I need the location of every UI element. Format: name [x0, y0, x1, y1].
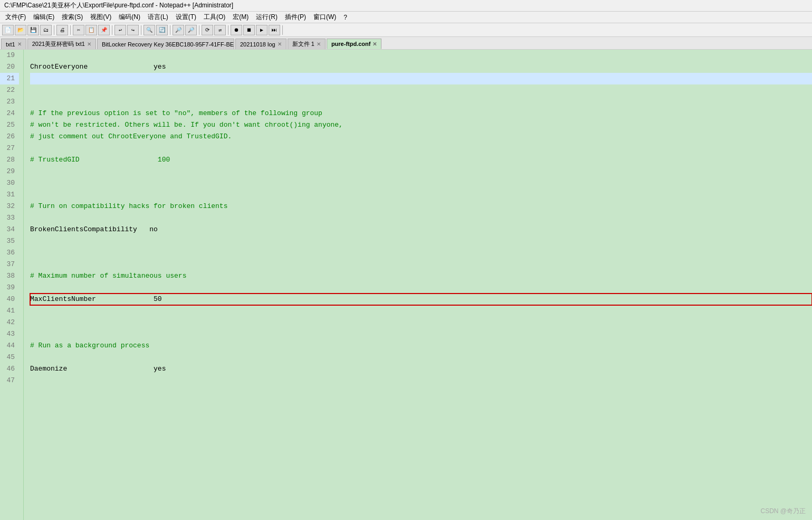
line-number-30: 30 — [0, 177, 19, 189]
line-number-46: 46 — [0, 363, 19, 375]
tab-label-0: txt1 — [6, 41, 15, 48]
toolbar-find[interactable]: 🔍 — [144, 25, 155, 35]
toolbar-copy[interactable]: 📋 — [85, 25, 97, 35]
line-number-33: 33 — [0, 212, 19, 224]
code-line-37 — [30, 259, 812, 270]
tab-close-3[interactable]: ✕ — [278, 41, 282, 47]
tab-label-1: 2021美亚杯密码 txt1 — [32, 40, 85, 48]
toolbar-paste[interactable]: 📌 — [98, 25, 110, 35]
menu-help[interactable]: ? — [340, 13, 350, 22]
line-number-25: 25 — [0, 119, 19, 131]
toolbar-playall[interactable]: ⏭ — [269, 25, 280, 35]
toolbar-replace[interactable]: 🔄 — [156, 25, 168, 35]
code-line-19 — [30, 50, 812, 61]
code-line-24: # If the previous option is set to "no",… — [30, 108, 812, 119]
tab-2[interactable]: BitLocker Recovery Key 36EBC180-95F7-41F… — [97, 39, 234, 49]
tab-4[interactable]: 新文件 1 ✕ — [288, 39, 326, 49]
line-number-19: 19 — [0, 50, 19, 61]
line-number-34: 34 — [0, 224, 19, 235]
menu-edit[interactable]: 编辑(E) — [30, 12, 58, 23]
code-line-39 — [30, 282, 812, 294]
toolbar-separator-1 — [54, 25, 54, 35]
tab-5[interactable]: pure-ftpd.conf ✕ — [327, 39, 382, 49]
toolbar-save-all[interactable]: 🗂 — [40, 25, 52, 35]
toolbar: 📄 📂 💾 🗂 🖨 ✂ 📋 📌 ↩ ↪ 🔍 🔄 🔎 🔎 ⟳ ⇌ ⏺ ⏹ ▶ ⏭ — [0, 23, 812, 37]
menu-encode[interactable]: 编码(N) — [116, 12, 144, 23]
line-number-37: 37 — [0, 259, 19, 270]
toolbar-zoom-out[interactable]: 🔎 — [185, 25, 197, 35]
code-line-22 — [30, 84, 812, 96]
tab-close-4[interactable]: ✕ — [317, 41, 321, 47]
menu-tools[interactable]: 工具(O) — [200, 12, 228, 23]
tab-close-5[interactable]: ✕ — [372, 41, 377, 47]
toolbar-separator-4 — [141, 25, 141, 35]
code-line-20: ChrootEveryone yes — [30, 61, 812, 73]
toolbar-wrap[interactable]: ⇌ — [214, 25, 226, 35]
code-area[interactable]: ChrootEveryone yes# If the previous opti… — [24, 50, 812, 520]
menu-view[interactable]: 视图(V) — [87, 12, 114, 23]
menu-search[interactable]: 搜索(S) — [59, 12, 86, 23]
tab-close-1[interactable]: ✕ — [87, 41, 91, 47]
code-line-36 — [30, 247, 812, 259]
code-line-23 — [30, 96, 812, 108]
line-numbers: 1920212223242526272829303132333435363738… — [0, 50, 24, 520]
menu-file[interactable]: 文件(F) — [2, 12, 29, 23]
code-line-30 — [30, 177, 812, 189]
code-line-32: # Turn on compatibility hacks for broken… — [30, 201, 812, 212]
tab-bar: txt1 ✕ 2021美亚杯密码 txt1 ✕ BitLocker Recove… — [0, 37, 812, 50]
menu-window[interactable]: 窗口(W) — [310, 12, 339, 23]
line-number-47: 47 — [0, 375, 19, 386]
tab-3[interactable]: 20211018 log ✕ — [235, 39, 286, 49]
toolbar-redo[interactable]: ↪ — [127, 25, 139, 35]
toolbar-separator-8 — [282, 25, 283, 35]
code-line-45 — [30, 352, 812, 363]
code-line-43 — [30, 328, 812, 340]
line-number-42: 42 — [0, 317, 19, 328]
line-number-20: 20 — [0, 61, 19, 73]
code-line-28: # TrustedGID 100 — [30, 154, 812, 166]
editor-content[interactable]: 1920212223242526272829303132333435363738… — [0, 50, 812, 520]
line-number-31: 31 — [0, 189, 19, 201]
editor: 1920212223242526272829303132333435363738… — [0, 50, 812, 520]
toolbar-stop[interactable]: ⏹ — [243, 25, 255, 35]
line-number-43: 43 — [0, 328, 19, 340]
menu-plugins[interactable]: 插件(P) — [282, 12, 309, 23]
toolbar-print[interactable]: 🖨 — [56, 25, 68, 35]
line-number-35: 35 — [0, 235, 19, 247]
code-line-26: # just comment out ChrootEveryone and Tr… — [30, 131, 812, 143]
line-number-22: 22 — [0, 84, 19, 96]
code-line-33 — [30, 212, 812, 224]
toolbar-zoom-in[interactable]: 🔎 — [173, 25, 184, 35]
menu-settings[interactable]: 设置(T) — [173, 12, 199, 23]
window-title: C:\FMP\Case\21美亚杯个人\ExportFile\pure-ftpd… — [4, 1, 233, 10]
code-line-27 — [30, 143, 812, 154]
tab-close-0[interactable]: ✕ — [17, 41, 22, 47]
toolbar-record[interactable]: ⏺ — [231, 25, 242, 35]
toolbar-separator-3 — [112, 25, 112, 35]
title-bar: C:\FMP\Case\21美亚杯个人\ExportFile\pure-ftpd… — [0, 0, 812, 12]
tab-0[interactable]: txt1 ✕ — [1, 39, 26, 49]
menu-macro[interactable]: 宏(M) — [230, 12, 252, 23]
line-number-44: 44 — [0, 340, 19, 352]
toolbar-sync[interactable]: ⟳ — [202, 25, 213, 35]
tab-1[interactable]: 2021美亚杯密码 txt1 ✕ — [27, 39, 96, 49]
code-line-46: Daemonize yes — [30, 363, 812, 375]
menu-bar: 文件(F) 编辑(E) 搜索(S) 视图(V) 编码(N) 语言(L) 设置(T… — [0, 12, 812, 23]
toolbar-save[interactable]: 💾 — [27, 25, 39, 35]
toolbar-play[interactable]: ▶ — [256, 25, 268, 35]
code-line-29 — [30, 166, 812, 177]
menu-language[interactable]: 语言(L) — [145, 12, 171, 23]
line-number-21: 21 — [0, 73, 19, 84]
toolbar-undo[interactable]: ↩ — [114, 25, 126, 35]
menu-run[interactable]: 运行(R) — [253, 12, 281, 23]
line-number-23: 23 — [0, 96, 19, 108]
line-number-45: 45 — [0, 352, 19, 363]
toolbar-cut[interactable]: ✂ — [73, 25, 84, 35]
toolbar-open[interactable]: 📂 — [15, 25, 26, 35]
toolbar-new[interactable]: 📄 — [2, 25, 14, 35]
toolbar-separator-6 — [199, 25, 199, 35]
line-number-29: 29 — [0, 166, 19, 177]
tab-label-3: 20211018 log — [240, 41, 275, 48]
line-number-32: 32 — [0, 201, 19, 212]
line-number-28: 28 — [0, 154, 19, 166]
